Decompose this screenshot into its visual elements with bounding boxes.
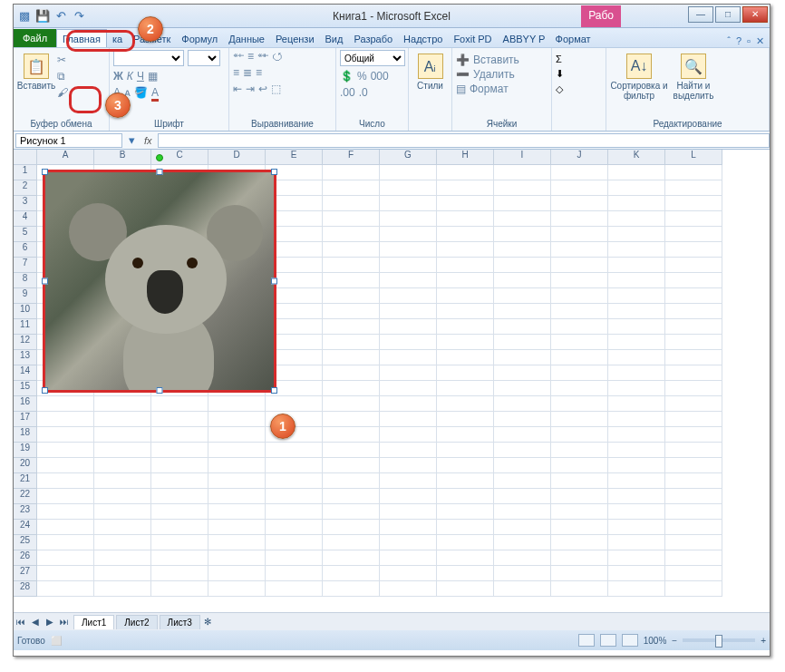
cell[interactable] xyxy=(551,196,608,211)
cell[interactable] xyxy=(208,396,266,412)
cell[interactable] xyxy=(323,227,380,242)
row-header[interactable]: 8 xyxy=(14,273,37,288)
cell[interactable] xyxy=(665,550,722,566)
underline-icon[interactable]: Ч xyxy=(137,70,144,83)
cell[interactable] xyxy=(323,319,380,335)
help-icon[interactable]: ? xyxy=(736,35,741,47)
cell[interactable] xyxy=(323,489,380,504)
row-header[interactable]: 21 xyxy=(14,473,37,489)
name-box[interactable] xyxy=(15,133,122,148)
cell[interactable] xyxy=(494,427,551,443)
cell[interactable] xyxy=(323,520,380,535)
font-name-select[interactable] xyxy=(113,50,184,66)
cell[interactable] xyxy=(437,288,494,304)
cell[interactable] xyxy=(380,273,437,288)
cell[interactable] xyxy=(151,504,208,520)
cell[interactable] xyxy=(380,535,437,550)
tab-developer[interactable]: Разрабо xyxy=(348,30,398,47)
cell[interactable] xyxy=(494,381,551,396)
cell[interactable] xyxy=(37,443,94,458)
cell[interactable] xyxy=(37,581,94,597)
cell[interactable] xyxy=(665,581,722,597)
cell[interactable] xyxy=(37,504,94,520)
cell[interactable] xyxy=(437,504,494,520)
row-header[interactable]: 3 xyxy=(14,196,37,211)
cell[interactable] xyxy=(608,427,665,443)
cell[interactable] xyxy=(665,473,722,489)
cell[interactable] xyxy=(37,396,94,412)
cell[interactable] xyxy=(551,242,608,258)
selected-picture[interactable] xyxy=(43,170,276,393)
cell[interactable] xyxy=(208,566,266,581)
cell[interactable] xyxy=(665,535,722,550)
orientation-icon[interactable]: ⭯ xyxy=(272,50,283,63)
cell[interactable] xyxy=(323,443,380,458)
cell[interactable] xyxy=(608,365,665,381)
align-left-icon[interactable]: ≡ xyxy=(233,66,239,79)
cell[interactable] xyxy=(551,365,608,381)
cell[interactable] xyxy=(665,258,722,273)
cell[interactable] xyxy=(494,319,551,335)
cell[interactable] xyxy=(94,396,151,412)
cell[interactable] xyxy=(437,258,494,273)
cell[interactable] xyxy=(665,288,722,304)
resize-handle[interactable] xyxy=(42,278,48,285)
resize-handle[interactable] xyxy=(42,169,48,175)
cell[interactable] xyxy=(665,165,722,180)
sheet-nav-first[interactable]: ⏮ xyxy=(14,617,28,627)
tab-addins[interactable]: Надстро xyxy=(398,30,448,47)
cell[interactable] xyxy=(494,535,551,550)
col-header[interactable]: L xyxy=(665,150,722,165)
cell[interactable] xyxy=(437,335,494,350)
cell[interactable] xyxy=(380,489,437,504)
cell[interactable] xyxy=(151,581,208,597)
cell[interactable] xyxy=(266,504,323,520)
cell[interactable] xyxy=(323,427,380,443)
row-header[interactable]: 1 xyxy=(14,165,37,180)
cell[interactable] xyxy=(551,535,608,550)
bold-icon[interactable]: Ж xyxy=(113,70,123,83)
cell[interactable] xyxy=(380,396,437,412)
row-header[interactable]: 11 xyxy=(14,319,37,335)
sheet-nav-last[interactable]: ⏭ xyxy=(57,617,72,627)
cell[interactable] xyxy=(494,288,551,304)
border-icon[interactable]: ▦ xyxy=(148,70,158,83)
cell[interactable] xyxy=(494,396,551,412)
cell[interactable] xyxy=(437,489,494,504)
cell[interactable] xyxy=(665,365,722,381)
cell[interactable] xyxy=(437,242,494,258)
number-format-select[interactable]: Общий xyxy=(340,50,405,66)
cell[interactable] xyxy=(208,520,266,535)
cell[interactable] xyxy=(380,550,437,566)
cell[interactable] xyxy=(494,581,551,597)
cell[interactable] xyxy=(608,227,665,242)
cell[interactable] xyxy=(494,473,551,489)
cell[interactable] xyxy=(380,581,437,597)
cell[interactable] xyxy=(437,520,494,535)
cell[interactable] xyxy=(323,196,380,211)
cell[interactable] xyxy=(608,550,665,566)
cell[interactable] xyxy=(37,535,94,550)
cell[interactable] xyxy=(665,227,722,242)
row-header[interactable]: 15 xyxy=(14,381,37,396)
cell[interactable] xyxy=(380,242,437,258)
row-header[interactable]: 10 xyxy=(14,304,37,319)
cell[interactable] xyxy=(266,566,323,581)
cell[interactable] xyxy=(380,319,437,335)
cell[interactable] xyxy=(437,350,494,365)
fill-icon[interactable]: ⬇ xyxy=(556,68,564,80)
comma-icon[interactable]: 000 xyxy=(371,70,389,83)
tab-data[interactable]: Данные xyxy=(223,30,270,47)
cell[interactable] xyxy=(94,520,151,535)
cell[interactable] xyxy=(94,566,151,581)
cell[interactable] xyxy=(665,427,722,443)
row-header[interactable]: 26 xyxy=(14,550,37,566)
cell[interactable] xyxy=(37,520,94,535)
cell[interactable] xyxy=(323,335,380,350)
cell[interactable] xyxy=(494,350,551,365)
cell[interactable] xyxy=(208,581,266,597)
cell[interactable] xyxy=(380,458,437,473)
cell[interactable] xyxy=(608,304,665,319)
cell[interactable] xyxy=(608,581,665,597)
cell[interactable] xyxy=(494,227,551,242)
